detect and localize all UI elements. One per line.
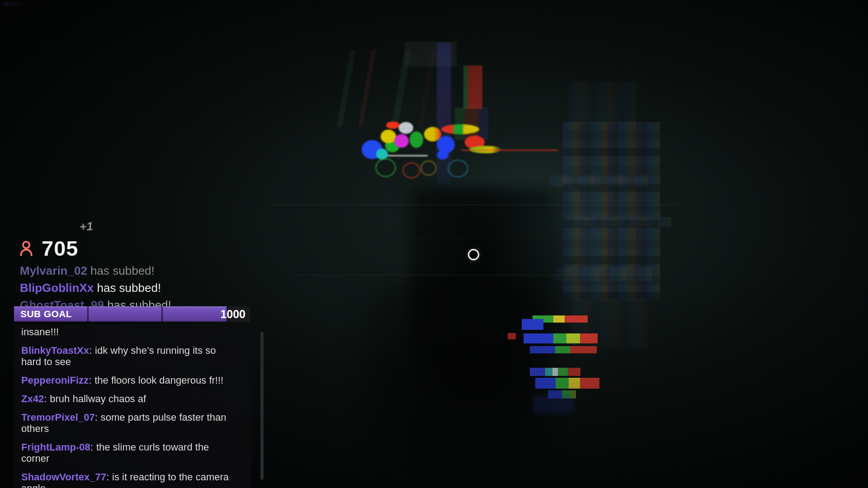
chat-message-list: insane!!! BlinkyToastXx:idk why she’s ru… xyxy=(14,324,251,488)
segment-divider xyxy=(161,306,163,322)
chat-username: FrightLamp-08 xyxy=(21,441,90,453)
stream-screen: +1 705 Mylvarin_02 has subbed! BlipGobli… xyxy=(0,0,868,488)
sub-goal-bar: SUB GOAL 1000 xyxy=(14,306,250,322)
chat-message: FrightLamp-08:the slime curls toward the… xyxy=(21,441,231,464)
segment-divider xyxy=(87,306,89,322)
chat-panel[interactable]: insane!!! BlinkyToastXx:idk why she’s ru… xyxy=(14,324,251,488)
sub-notification: BlipGoblinXx has subbed! xyxy=(20,281,171,295)
notification-text: has subbed! xyxy=(97,281,161,295)
viewer-delta: +1 xyxy=(79,219,93,234)
chat-separator: : xyxy=(106,471,109,483)
chat-message: TremorPixel_07:some parts pulse faster t… xyxy=(21,412,231,434)
chat-scrollbar[interactable] xyxy=(260,332,264,480)
viewer-count-widget: 705 xyxy=(17,236,78,261)
chat-username: BlinkyToastXx xyxy=(21,345,89,356)
chat-username: TremorPixel_07 xyxy=(21,412,95,423)
chat-text: the floors look dangerous fr!!! xyxy=(94,375,223,386)
chat-message: PepperoniFizz:the floors look dangerous … xyxy=(21,375,231,386)
chat-separator: : xyxy=(44,393,47,404)
chat-username: PepperoniFizz xyxy=(21,375,89,386)
chat-text: bruh hallway chaos af xyxy=(50,393,146,404)
notification-username: BlipGoblinXx xyxy=(20,281,94,295)
sub-goal-target: 1000 xyxy=(220,308,245,321)
chat-message: BlinkyToastXx:idk why she’s running its … xyxy=(21,345,231,367)
chat-message: Zx42:bruh hallway chaos af xyxy=(21,393,231,404)
chat-username: Zx42 xyxy=(21,393,44,404)
person-icon xyxy=(17,239,35,258)
chat-separator: : xyxy=(89,345,92,356)
notification-username: Mylvarin_02 xyxy=(20,264,87,277)
chat-separator: : xyxy=(90,441,93,453)
chat-separator: : xyxy=(89,375,91,386)
chat-separator: : xyxy=(95,412,98,423)
chat-username: ShadowVortex_77 xyxy=(21,471,106,483)
sub-goal-label: SUB GOAL xyxy=(20,309,72,319)
chat-message: ShadowVortex_77:is it reacting to the ca… xyxy=(21,471,231,488)
viewer-count: 705 xyxy=(42,236,78,261)
chat-messages: BlinkyToastXx:idk why she’s running its … xyxy=(21,345,231,488)
chat-message-clipped: insane!!! xyxy=(21,326,231,338)
notification-text: has subbed! xyxy=(90,264,155,277)
sub-notification: Mylvarin_02 has subbed! xyxy=(20,264,171,277)
